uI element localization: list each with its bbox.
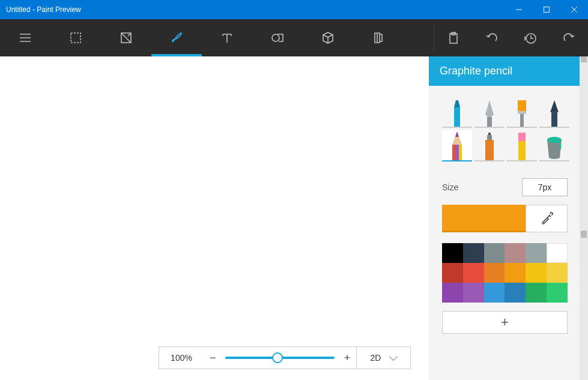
svg-marker-9 <box>485 100 494 118</box>
scrollbar-thumb[interactable] <box>581 231 587 238</box>
svg-marker-14 <box>550 100 559 112</box>
swatch[interactable] <box>505 283 526 303</box>
view-mode-select[interactable]: 2D <box>356 347 410 369</box>
pencil-icon <box>448 130 466 160</box>
color-palette <box>442 243 568 303</box>
menu-button[interactable] <box>0 19 50 56</box>
brush-pencil[interactable] <box>442 130 472 161</box>
svg-rect-10 <box>487 117 492 127</box>
svg-rect-22 <box>487 135 492 140</box>
zoom-in-button[interactable]: + <box>338 352 356 364</box>
brush-eraser[interactable] <box>507 130 537 161</box>
title-bar: Untitled - Paint Preview <box>0 0 588 19</box>
text-icon <box>220 31 234 44</box>
tool-crop[interactable] <box>101 19 151 56</box>
color-row <box>442 205 568 232</box>
stickers-icon <box>371 31 386 45</box>
swatch[interactable] <box>505 243 526 263</box>
svg-point-3 <box>272 34 279 41</box>
zoom-out-button[interactable]: − <box>204 352 222 364</box>
svg-rect-12 <box>518 111 526 114</box>
select-icon <box>69 31 82 44</box>
paste-button[interactable] <box>434 19 473 56</box>
svg-rect-1 <box>71 33 80 43</box>
paintbrush-icon <box>513 99 531 127</box>
swatch[interactable] <box>526 243 547 263</box>
fountain-pen-icon <box>545 99 563 127</box>
swatch[interactable] <box>484 243 505 263</box>
svg-rect-23 <box>488 133 491 135</box>
svg-rect-11 <box>518 100 526 111</box>
swatch[interactable] <box>526 263 547 283</box>
swatch[interactable] <box>484 263 505 283</box>
maximize-button[interactable] <box>533 0 560 19</box>
swatch[interactable] <box>547 263 568 283</box>
svg-marker-17 <box>455 131 459 137</box>
swatch[interactable] <box>463 283 484 303</box>
eyedropper-button[interactable] <box>526 205 568 232</box>
redo-icon <box>562 31 575 44</box>
svg-rect-18 <box>452 145 455 160</box>
scrollbar-thumb[interactable] <box>581 56 587 62</box>
swatch[interactable] <box>463 243 484 263</box>
zoom-percent: 100% <box>159 353 204 363</box>
hamburger-icon <box>19 31 32 44</box>
clipboard-icon <box>447 31 460 44</box>
brush-spray[interactable] <box>474 130 505 161</box>
tool-brushes[interactable] <box>151 19 202 56</box>
pen-icon <box>480 99 499 127</box>
side-panel: Graphite pencil <box>429 56 588 380</box>
panel-title: Graphite pencil <box>429 56 580 86</box>
swatch[interactable] <box>442 283 463 303</box>
svg-rect-19 <box>455 145 459 160</box>
close-button[interactable] <box>560 0 588 19</box>
svg-rect-25 <box>518 141 526 160</box>
swatch[interactable] <box>442 263 463 283</box>
main-toolbar <box>0 19 588 56</box>
shapes-icon <box>270 31 285 45</box>
add-color-button[interactable]: + <box>442 311 568 334</box>
size-label: Size <box>442 182 458 192</box>
brush-calligraphy[interactable] <box>474 97 505 128</box>
tool-shapes[interactable] <box>252 19 303 56</box>
window-title: Untitled - Paint Preview <box>0 5 505 14</box>
plus-icon: + <box>501 315 509 330</box>
size-row: Size 7px <box>442 178 568 196</box>
swatch[interactable] <box>547 243 568 263</box>
svg-rect-0 <box>544 7 550 13</box>
svg-rect-20 <box>459 145 462 160</box>
redo-button[interactable] <box>550 19 588 56</box>
swatch[interactable] <box>463 263 484 283</box>
brush-marker[interactable] <box>442 97 472 128</box>
zoom-bar: 100% − + 2D <box>159 346 411 369</box>
svg-rect-24 <box>518 133 526 141</box>
minimize-button[interactable] <box>505 0 533 19</box>
brush-oil[interactable] <box>507 97 537 128</box>
brush-ink[interactable] <box>539 97 569 128</box>
zoom-slider[interactable] <box>225 357 335 359</box>
tool-3d[interactable] <box>303 19 353 56</box>
panel-scrollbar[interactable] <box>580 56 588 380</box>
tool-select[interactable] <box>50 19 101 56</box>
current-color[interactable] <box>442 205 526 232</box>
undo-button[interactable] <box>473 19 511 56</box>
brush-icon <box>169 31 184 45</box>
tool-text[interactable] <box>202 19 252 56</box>
swatch[interactable] <box>526 283 547 303</box>
zoom-slider-thumb[interactable] <box>272 352 283 363</box>
tool-stickers[interactable] <box>353 19 404 56</box>
bucket-icon <box>544 130 565 160</box>
resize-icon <box>120 31 133 44</box>
swatch[interactable] <box>505 263 526 283</box>
canvas-area: 100% − + 2D <box>0 56 429 380</box>
swatch[interactable] <box>547 283 568 303</box>
brush-fill[interactable] <box>539 130 569 161</box>
swatch[interactable] <box>484 283 505 303</box>
history-button[interactable] <box>511 19 550 56</box>
main-area: 100% − + 2D Graphite pencil <box>0 56 588 380</box>
undo-icon <box>485 31 499 44</box>
canvas[interactable] <box>0 56 429 380</box>
size-input[interactable]: 7px <box>522 178 568 196</box>
eyedropper-icon <box>540 212 553 225</box>
swatch[interactable] <box>442 243 463 263</box>
